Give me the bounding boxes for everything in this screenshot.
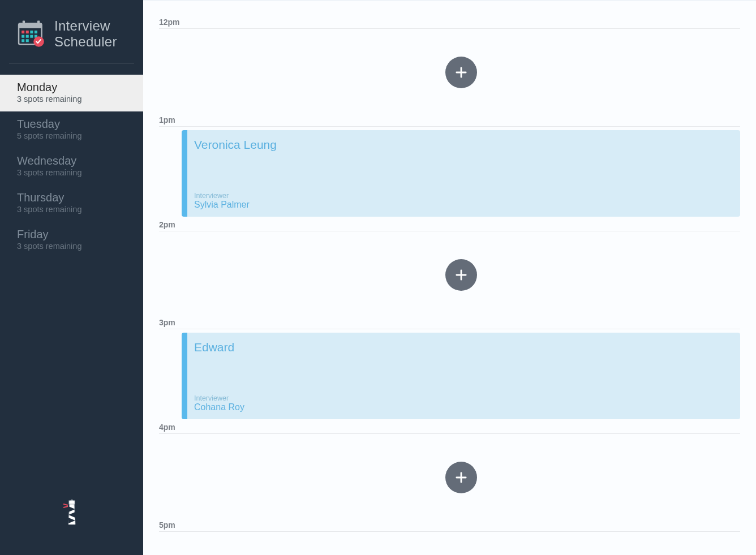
student-name: Veronica Leung: [194, 138, 729, 152]
schedule: 12pm1pmVeronica LeungInterviewerSylvia P…: [143, 0, 756, 555]
time-rule: [159, 531, 740, 532]
svg-rect-8: [22, 35, 24, 37]
time-label: 2pm: [159, 220, 740, 229]
interviewer-name: Cohana Roy: [194, 402, 729, 412]
day-name: Tuesday: [17, 118, 143, 131]
sidebar-day-monday[interactable]: Monday3 spots remaining: [0, 75, 143, 111]
time-label: 12pm: [159, 18, 740, 27]
app-title-line-1: Interview: [54, 18, 117, 34]
add-appointment-button[interactable]: [445, 462, 477, 493]
appointment-card[interactable]: Veronica LeungInterviewerSylvia Palmer: [182, 130, 740, 217]
plus-icon: [453, 64, 469, 80]
svg-marker-20: [70, 500, 74, 501]
svg-rect-2: [23, 20, 25, 25]
svg-rect-7: [35, 31, 37, 33]
day-name: Monday: [17, 81, 143, 94]
svg-rect-12: [22, 39, 24, 42]
time-rule: [159, 329, 740, 329]
calendar-icon: [16, 19, 46, 49]
sidebar-day-wednesday[interactable]: Wednesday3 spots remaining: [0, 148, 143, 185]
student-name: Edward: [194, 341, 729, 354]
svg-line-22: [63, 506, 68, 507]
interviewer-label: Interviewer: [194, 192, 729, 200]
sidebar: Interview Scheduler Monday3 spots remain…: [0, 0, 143, 555]
svg-line-21: [63, 504, 68, 505]
add-appointment-button[interactable]: [445, 57, 477, 88]
empty-slot: [182, 29, 740, 115]
day-spots: 3 spots remaining: [17, 242, 143, 251]
sidebar-divider: [9, 63, 134, 63]
time-label: 5pm: [159, 520, 740, 530]
plus-icon: [453, 267, 469, 283]
svg-rect-5: [26, 31, 29, 33]
interviewer-name: Sylvia Palmer: [194, 200, 729, 210]
day-spots: 3 spots remaining: [17, 168, 143, 177]
appointment-card[interactable]: EdwardInterviewerCohana Roy: [182, 333, 740, 419]
svg-rect-9: [26, 35, 29, 37]
day-list: Monday3 spots remainingTuesday5 spots re…: [0, 75, 143, 259]
add-appointment-button[interactable]: [445, 259, 477, 291]
sidebar-footer: [0, 500, 143, 555]
day-name: Wednesday: [17, 154, 143, 167]
svg-rect-6: [30, 31, 33, 33]
day-name: Thursday: [17, 191, 143, 204]
day-name: Friday: [17, 228, 143, 241]
app-logo: Interview Scheduler: [0, 0, 143, 49]
time-label: 4pm: [159, 423, 740, 432]
sidebar-day-thursday[interactable]: Thursday3 spots remaining: [0, 185, 143, 222]
time-label: 3pm: [159, 318, 740, 327]
empty-slot: [182, 434, 740, 520]
lighthouse-icon: [63, 500, 80, 529]
app-title-line-2: Scheduler: [54, 34, 117, 50]
svg-rect-4: [22, 31, 24, 33]
day-spots: 3 spots remaining: [17, 94, 143, 104]
sidebar-day-tuesday[interactable]: Tuesday5 spots remaining: [0, 111, 143, 148]
day-spots: 5 spots remaining: [17, 131, 143, 140]
empty-slot: [182, 231, 740, 318]
svg-rect-10: [30, 35, 33, 37]
svg-rect-13: [26, 39, 29, 42]
svg-rect-19: [69, 501, 75, 504]
interviewer-label: Interviewer: [194, 394, 729, 402]
plus-icon: [453, 470, 469, 485]
day-spots: 3 spots remaining: [17, 205, 143, 214]
time-rule: [159, 126, 740, 127]
time-label: 1pm: [159, 115, 740, 124]
app-title: Interview Scheduler: [54, 18, 117, 49]
sidebar-day-friday[interactable]: Friday3 spots remaining: [0, 222, 143, 259]
svg-rect-3: [37, 20, 40, 25]
